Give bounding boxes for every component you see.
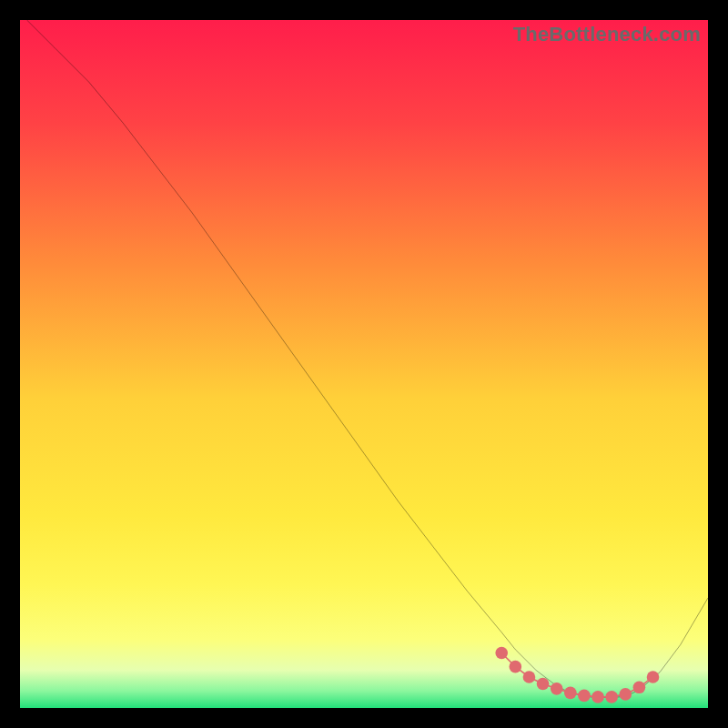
watermark-text: TheBottleneck.com: [513, 23, 701, 46]
marker-dot: [564, 687, 577, 700]
plot-area: TheBottleneck.com: [20, 20, 708, 708]
marker-dot: [510, 661, 522, 673]
curve-layer: [20, 20, 708, 708]
marker-dot: [619, 688, 632, 701]
marker-dot: [495, 647, 508, 660]
marker-dot: [647, 671, 660, 683]
marker-dot: [551, 682, 563, 695]
marker-dot: [578, 690, 591, 703]
marker-dot: [605, 691, 618, 703]
marker-dot: [592, 691, 604, 703]
marker-dot: [523, 671, 536, 683]
marker-dot: [537, 678, 550, 691]
bottleneck-curve: [27, 20, 708, 698]
marker-dot: [633, 682, 646, 694]
chart-frame: TheBottleneck.com: [0, 0, 728, 728]
